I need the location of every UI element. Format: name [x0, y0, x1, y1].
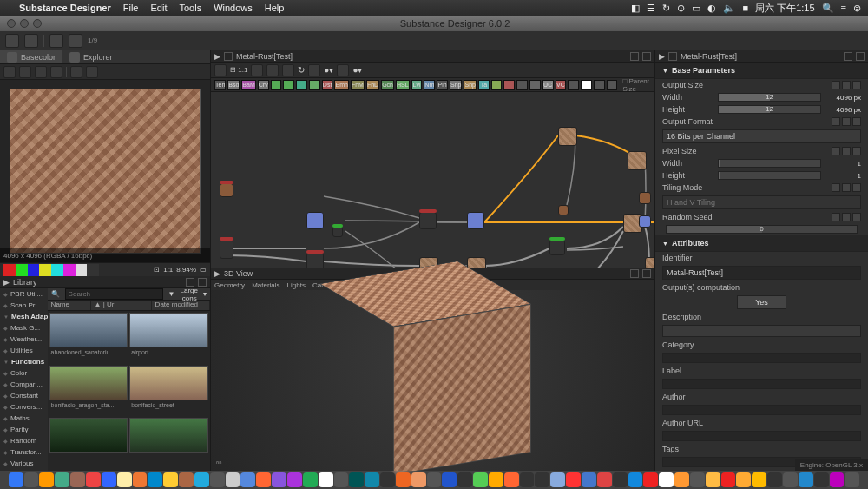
- tree-item[interactable]: Mesh Adap...: [0, 311, 48, 322]
- zoom-slider[interactable]: ▭: [200, 266, 207, 274]
- view-mode[interactable]: Large Icons: [181, 287, 198, 302]
- graph-node[interactable]: [558, 127, 577, 146]
- dock-app-icon[interactable]: [380, 472, 395, 487]
- library-thumb[interactable]: airport: [129, 313, 208, 364]
- toolbar-btn[interactable]: [19, 66, 31, 78]
- library-thumb[interactable]: abandoned_sanatoriu...: [49, 313, 128, 364]
- graph-node[interactable]: [220, 183, 233, 197]
- toolbar-btn[interactable]: [266, 64, 279, 76]
- graph-node[interactable]: [467, 212, 484, 229]
- dock-app-icon[interactable]: [163, 472, 178, 487]
- close-icon[interactable]: [642, 52, 651, 61]
- dock-app-icon[interactable]: [117, 472, 132, 487]
- dock-app-icon[interactable]: [396, 472, 411, 487]
- node-chip[interactable]: [271, 80, 282, 90]
- toolbar-btn[interactable]: [251, 64, 263, 76]
- node-chip[interactable]: FnD: [366, 80, 379, 90]
- tree-item[interactable]: Color: [0, 367, 48, 379]
- tiling-select[interactable]: H and V Tiling: [662, 195, 861, 209]
- tree-item[interactable]: PBR Util...: [0, 288, 48, 300]
- tree-item[interactable]: Convers...: [0, 401, 48, 413]
- node-chip[interactable]: [529, 80, 541, 90]
- node-chip[interactable]: VC: [556, 80, 567, 90]
- dock-app-icon[interactable]: [349, 472, 364, 487]
- tray-icon[interactable]: ▭: [692, 3, 700, 14]
- tree-item[interactable]: Compari...: [0, 379, 48, 390]
- traffic-lights[interactable]: [0, 19, 42, 28]
- toolbar-btn[interactable]: [3, 66, 16, 78]
- tree-item[interactable]: Random: [0, 435, 48, 446]
- toolbar-btn[interactable]: [35, 66, 47, 78]
- node-chip[interactable]: Dst: [322, 80, 333, 90]
- toolbar-btn[interactable]: [214, 64, 227, 76]
- menu-tools[interactable]: Tools: [179, 3, 201, 13]
- node-chip[interactable]: [594, 80, 605, 90]
- tree-item[interactable]: Weather...: [0, 334, 48, 345]
- graph-node[interactable]: [645, 257, 654, 268]
- tree-item[interactable]: Various: [0, 458, 48, 469]
- dock-app-icon[interactable]: [582, 472, 596, 487]
- node-chip[interactable]: UC: [542, 80, 554, 90]
- tray-icon[interactable]: ≡: [841, 3, 846, 13]
- graph-node[interactable]: [419, 212, 437, 229]
- graph-node[interactable]: [558, 205, 569, 215]
- node-chip[interactable]: HSL: [396, 80, 410, 90]
- node-chip[interactable]: [309, 80, 320, 90]
- toolbar-btn[interactable]: [49, 34, 63, 48]
- dock-app-icon[interactable]: [210, 472, 225, 487]
- node-chip[interactable]: Shp: [450, 80, 462, 90]
- dock-app-icon[interactable]: [830, 472, 845, 487]
- panel-btn[interactable]: [630, 269, 639, 278]
- dock-app-icon[interactable]: [102, 472, 116, 487]
- library-grid[interactable]: abandoned_sanatoriu... airport bonifacio…: [48, 311, 210, 471]
- tab-explorer[interactable]: Explorer: [62, 50, 120, 63]
- tree-item[interactable]: Functions: [0, 356, 48, 367]
- menu-help[interactable]: Help: [265, 3, 285, 13]
- dock-app-icon[interactable]: [489, 472, 503, 487]
- node-chip[interactable]: [581, 80, 592, 90]
- tree-item[interactable]: Constant: [0, 390, 48, 401]
- menu-file[interactable]: File: [123, 3, 139, 13]
- tree-item[interactable]: Parity: [0, 424, 48, 435]
- dock-app-icon[interactable]: [504, 472, 519, 487]
- node-chip[interactable]: Emh: [334, 80, 348, 90]
- graph-node[interactable]: [332, 227, 343, 237]
- toolbar-btn[interactable]: [308, 64, 320, 76]
- node-chip[interactable]: [503, 80, 515, 90]
- tree-item[interactable]: Mask G...: [0, 322, 48, 334]
- toolbar-btn[interactable]: [24, 34, 38, 48]
- node-chip[interactable]: [283, 80, 294, 90]
- panel-btn[interactable]: [186, 278, 194, 287]
- toolbar-btn[interactable]: [337, 64, 349, 76]
- dock-app-icon[interactable]: [272, 472, 286, 487]
- dock-app-icon[interactable]: [319, 472, 333, 487]
- dock-app-icon[interactable]: [535, 472, 549, 487]
- node-chip[interactable]: [568, 80, 579, 90]
- close-icon[interactable]: [642, 269, 651, 278]
- seed-slider[interactable]: 0: [666, 225, 858, 234]
- dock-app-icon[interactable]: [442, 472, 457, 487]
- node-chip[interactable]: BaM: [241, 80, 255, 90]
- node-chip[interactable]: [607, 80, 618, 90]
- dock-app-icon[interactable]: [9, 472, 23, 487]
- node-chip[interactable]: Pin: [437, 80, 448, 90]
- dock-app-icon[interactable]: [179, 472, 194, 487]
- filter-icon[interactable]: ▼: [168, 290, 175, 298]
- library-thumb[interactable]: [129, 418, 208, 469]
- graph-node[interactable]: [549, 240, 565, 255]
- dock-app-icon[interactable]: [566, 472, 581, 487]
- toolbar-btn[interactable]: [86, 66, 98, 78]
- dock-app-icon[interactable]: [427, 472, 442, 487]
- tray-icon[interactable]: ⊙: [677, 3, 685, 14]
- dock-app-icon[interactable]: [752, 472, 766, 487]
- dock-app-icon[interactable]: [550, 472, 565, 487]
- panel-btn[interactable]: [844, 52, 852, 61]
- section-base-params[interactable]: Base Parameters: [655, 63, 868, 79]
- dock-app-icon[interactable]: [643, 472, 658, 487]
- node-chip[interactable]: Gch: [381, 80, 394, 90]
- clock[interactable]: 周六 下午1:15: [755, 2, 814, 15]
- dock-app-icon[interactable]: [457, 472, 472, 487]
- node-chip[interactable]: Shp: [464, 80, 476, 90]
- dock-app-icon[interactable]: [659, 472, 674, 487]
- spotlight-icon[interactable]: 🔍: [822, 3, 834, 14]
